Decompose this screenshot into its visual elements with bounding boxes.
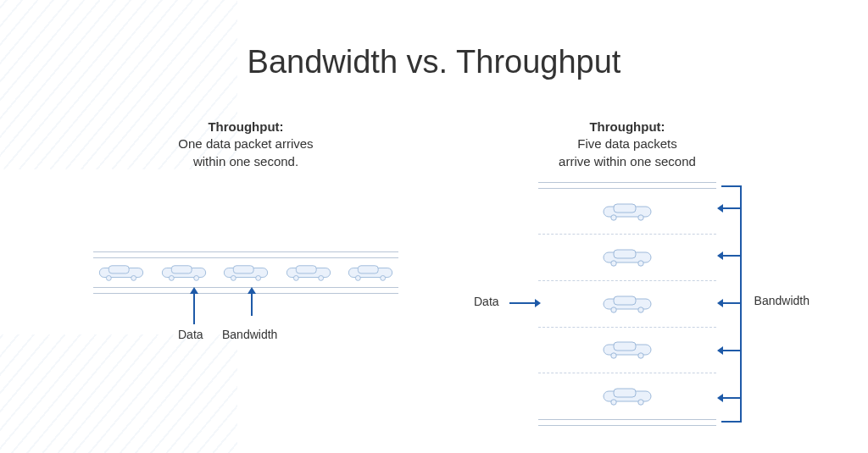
car-icon <box>97 263 146 282</box>
arrow-left-icon <box>723 207 742 209</box>
svg-rect-21 <box>614 204 636 213</box>
svg-point-6 <box>169 275 174 280</box>
car-icon <box>602 202 653 222</box>
arrow-up-icon <box>251 294 253 316</box>
svg-rect-33 <box>614 342 636 351</box>
left-heading-bold: Throughput: <box>208 119 283 134</box>
svg-point-19 <box>381 275 386 280</box>
svg-rect-29 <box>614 296 636 305</box>
lanes <box>538 189 716 419</box>
arrow-left-icon <box>723 255 742 257</box>
svg-rect-5 <box>171 266 192 273</box>
svg-point-2 <box>106 275 111 280</box>
svg-point-30 <box>611 307 616 312</box>
svg-point-7 <box>193 275 198 280</box>
arrow-up-icon <box>193 294 195 324</box>
right-data-label: Data <box>474 295 499 308</box>
svg-point-10 <box>231 275 236 280</box>
svg-rect-17 <box>358 266 378 273</box>
road-edge-top <box>538 182 716 189</box>
single-lane-road <box>93 255 398 290</box>
car-icon <box>221 263 270 282</box>
svg-point-31 <box>638 307 643 312</box>
svg-point-3 <box>131 275 136 280</box>
svg-point-26 <box>611 261 616 266</box>
arrow-left-icon <box>723 397 742 399</box>
svg-point-22 <box>611 214 616 219</box>
right-heading-line1: Five data packets <box>577 136 677 151</box>
left-heading-line2: within one second. <box>193 154 298 168</box>
svg-point-35 <box>638 353 643 358</box>
car-icon <box>284 263 333 282</box>
svg-point-15 <box>318 275 323 280</box>
right-heading-line2: arrive within one second <box>559 154 696 168</box>
multi-lane-road: Bandwidth Data <box>538 185 716 423</box>
svg-point-27 <box>638 261 643 266</box>
bg-stripes-bottom <box>0 334 237 453</box>
lane <box>538 281 716 328</box>
left-data-label: Data <box>178 328 203 341</box>
svg-rect-37 <box>614 389 636 397</box>
page-title: Bandwidth vs. Throughput <box>0 44 868 80</box>
right-heading: Throughput: Five data packets arrive wit… <box>458 119 797 170</box>
left-heading-line1: One data packet arrives <box>178 136 313 151</box>
car-icon <box>602 294 653 314</box>
right-panel: Throughput: Five data packets arrive wit… <box>458 119 797 423</box>
road-edge-top <box>93 251 398 258</box>
right-heading-bold: Throughput: <box>589 119 665 134</box>
car-icon <box>346 263 395 282</box>
arrow-right-icon <box>509 302 535 304</box>
left-heading: Throughput: One data packet arrives with… <box>85 119 407 170</box>
svg-rect-13 <box>296 266 316 273</box>
lane <box>538 373 716 419</box>
svg-point-11 <box>256 275 261 280</box>
arrow-left-icon <box>723 302 742 304</box>
car-icon <box>602 340 653 360</box>
svg-rect-25 <box>614 250 636 258</box>
svg-point-23 <box>638 214 643 219</box>
svg-rect-9 <box>233 266 253 273</box>
car-icon <box>602 386 653 406</box>
lane <box>538 328 716 374</box>
svg-rect-1 <box>108 266 129 273</box>
svg-point-38 <box>611 400 616 405</box>
road-edge-bottom <box>538 419 716 426</box>
svg-point-14 <box>293 275 298 280</box>
car-icon <box>159 263 209 282</box>
svg-point-34 <box>611 353 616 358</box>
single-lane <box>93 260 398 285</box>
lane <box>538 235 716 281</box>
left-callouts: Data Bandwidth <box>93 290 398 350</box>
car-icon <box>602 247 653 268</box>
bandwidth-bracket <box>721 185 742 423</box>
arrow-left-icon <box>723 350 742 351</box>
left-panel: Throughput: One data packet arrives with… <box>85 119 407 350</box>
svg-point-18 <box>355 275 360 280</box>
right-bandwidth-label: Bandwidth <box>754 294 810 307</box>
left-bandwidth-label: Bandwidth <box>222 328 277 341</box>
lane <box>538 189 716 235</box>
svg-point-39 <box>638 400 643 405</box>
